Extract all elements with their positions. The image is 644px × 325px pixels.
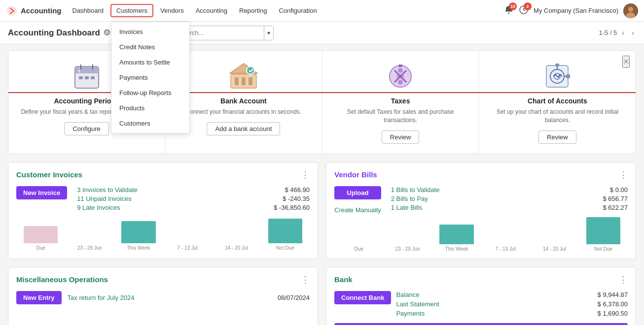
bank-account-title: Bank Account xyxy=(220,97,267,105)
customer-invoices-menu-icon[interactable]: ⋮ xyxy=(301,169,310,180)
late-invoices-label[interactable]: 9 Late Invoices xyxy=(77,204,120,211)
vb-chart-col-not-due xyxy=(579,217,628,244)
stat-row-invoices-to-validate: 3 Invoices to Validate $ 466.90 xyxy=(77,186,310,194)
new-entry-btn[interactable]: New Entry xyxy=(16,291,62,304)
misc-operations-menu-icon[interactable]: ⋮ xyxy=(301,274,310,285)
chart-of-accounts-desc: Set up your chart of accounts and record… xyxy=(487,108,628,125)
stat-row-late-invoices: 9 Late Invoices $ -36,850.60 xyxy=(77,204,310,211)
svg-point-0 xyxy=(7,6,17,16)
svg-rect-23 xyxy=(398,65,402,67)
search-dropdown-btn[interactable]: ▾ xyxy=(264,26,273,40)
add-bank-account-btn[interactable]: Add a bank account xyxy=(207,122,280,135)
bank-card-actions: Connect Bank Balance $ 9,944.87 Last Sta… xyxy=(334,291,628,319)
connect-bank-btn[interactable]: Connect Bank xyxy=(334,291,391,304)
chart-col-due xyxy=(16,226,65,243)
chart-label-23-29jun: 23 - 29 Jun xyxy=(65,245,114,251)
dropdown-item-follow-up-reports[interactable]: Follow-up Reports xyxy=(111,85,189,100)
bills-to-pay-label[interactable]: 2 Bills to Pay xyxy=(391,195,428,202)
customer-invoices-title: Customer Invoices xyxy=(16,170,82,179)
nav-reporting[interactable]: Reporting xyxy=(234,5,272,16)
vb-label-not-due: Not Due xyxy=(579,246,628,252)
accounting-periods-title: Accounting Periods xyxy=(54,97,119,105)
misc-operations-row: New Entry Tax return for July 2024 08/07… xyxy=(16,291,310,304)
bank-balance-label[interactable]: Balance xyxy=(396,291,419,298)
configure-btn[interactable]: Configure xyxy=(64,122,108,135)
svg-point-18 xyxy=(247,66,254,74)
chart-labels-customer: Due 23 - 29 Jun This Week 7 - 13 Jul 14 … xyxy=(16,245,310,251)
bank-stats: Balance $ 9,944.87 Last Statement $ 6,37… xyxy=(396,291,628,319)
chart-review-btn[interactable]: Review xyxy=(538,130,576,144)
nav-vendors[interactable]: Vendors xyxy=(155,5,189,16)
prev-page-btn[interactable]: ‹ xyxy=(620,29,626,37)
pagination: 1-5 / 5 ‹ › xyxy=(599,29,636,37)
dropdown-item-credit-notes[interactable]: Credit Notes xyxy=(111,39,189,55)
misc-operations-title: Miscellaneous Operations xyxy=(16,275,108,284)
new-invoice-btn[interactable]: New Invoice xyxy=(16,186,67,199)
late-bills-label[interactable]: 1 Late Bills xyxy=(391,204,423,211)
nav-customers[interactable]: Customers xyxy=(110,4,153,17)
dropdown-item-customers[interactable]: Customers xyxy=(111,116,189,131)
bar-empty xyxy=(72,242,107,243)
bills-to-validate-label[interactable]: 1 Bills to Validate xyxy=(391,186,440,194)
notifications-icon[interactable]: 10 xyxy=(504,5,514,16)
topnav-right-section: 10 2 My Company (San Francisco) xyxy=(504,3,638,18)
reconcile-btn[interactable]: Reconcile 8 Items xyxy=(334,323,628,325)
taxes-icon xyxy=(385,61,416,92)
bank-card-header: Bank ⋮ xyxy=(334,274,628,285)
taxes-review-btn[interactable]: Review xyxy=(382,130,420,144)
chart-col-this-week xyxy=(114,221,163,243)
dropdown-item-payments[interactable]: Payments xyxy=(111,70,189,85)
user-avatar[interactable] xyxy=(623,3,638,18)
calendar-icon: 3 xyxy=(71,61,103,92)
misc-entry-link[interactable]: Tax return for July 2024 xyxy=(68,294,272,301)
create-manually-link[interactable]: Create Manually xyxy=(334,206,381,214)
chart-label-due: Due xyxy=(16,245,65,251)
chart-of-accounts-title: Chart of Accounts xyxy=(528,97,587,105)
setup-banner: × 3 Accounting Periods Define your fisca… xyxy=(8,50,636,154)
vendor-bills-menu-icon[interactable]: ⋮ xyxy=(619,169,628,180)
svg-rect-11 xyxy=(91,76,95,79)
svg-point-21 xyxy=(398,68,403,73)
vb-chart-col-23-29jun xyxy=(383,243,432,244)
svg-rect-29 xyxy=(555,64,559,66)
customer-invoices-chart: Due 23 - 29 Jun This Week 7 - 13 Jul 14 … xyxy=(16,219,310,251)
dropdown-item-invoices[interactable]: Invoices xyxy=(111,24,189,39)
bar-due-pink xyxy=(24,226,58,243)
misc-entry-date: 08/07/2024 xyxy=(278,294,310,301)
customer-invoices-actions: New Invoice 3 Invoices to Validate $ 466… xyxy=(16,186,310,213)
misc-operations-card: Miscellaneous Operations ⋮ New Entry Tax… xyxy=(8,267,318,325)
late-bills-value: $ 622.27 xyxy=(603,204,628,211)
svg-text:3: 3 xyxy=(78,69,80,73)
upload-btn[interactable]: Upload xyxy=(334,186,381,199)
vendor-bills-header: Vendor Bills ⋮ xyxy=(334,169,628,180)
dropdown-item-amounts-to-settle[interactable]: Amounts to Settle xyxy=(111,55,189,70)
clock-icon[interactable]: 2 xyxy=(519,5,529,16)
company-name[interactable]: My Company (San Francisco) xyxy=(534,7,618,14)
nav-configuration[interactable]: Configuration xyxy=(274,5,322,16)
setup-item-taxes: Taxes Set default Taxes for sales and pu… xyxy=(322,51,479,154)
app-name: Accounting xyxy=(21,6,62,15)
top-navigation: Accounting Dashboard Customers Vendors A… xyxy=(0,0,644,22)
bar-empty2 xyxy=(170,242,204,243)
svg-point-3 xyxy=(628,7,633,12)
vb-label-this-week: This Week xyxy=(432,246,481,252)
late-invoices-value: $ -36,850.60 xyxy=(274,204,310,211)
nav-dashboard[interactable]: Dashboard xyxy=(68,5,109,16)
vb-label-due: Due xyxy=(334,246,383,252)
chart-label-this-week: This Week xyxy=(114,245,163,251)
vb-label-23-29jun: 23 - 29 Jun xyxy=(383,246,432,252)
invoices-to-validate-label[interactable]: 3 Invoices to Validate xyxy=(77,186,138,194)
bank-card-menu-icon[interactable]: ⋮ xyxy=(619,274,628,285)
app-logo[interactable]: Accounting xyxy=(6,5,62,17)
dropdown-item-products[interactable]: Products xyxy=(111,100,189,116)
nav-accounting[interactable]: Accounting xyxy=(191,5,232,16)
next-page-btn[interactable]: › xyxy=(630,29,636,37)
chart-of-accounts-icon xyxy=(541,61,573,92)
bank-payments-value: $ 1,690.50 xyxy=(598,310,628,317)
unpaid-invoices-label[interactable]: 11 Unpaid Invoices xyxy=(77,195,132,202)
bank-last-statement-label[interactable]: Last Statement xyxy=(396,300,439,308)
close-banner-btn[interactable]: × xyxy=(622,56,630,68)
bank-account-desc: Connect your financial accounts in secon… xyxy=(186,108,301,116)
settings-gear-icon[interactable]: ⚙ xyxy=(103,28,110,38)
bank-payments-label[interactable]: Payments xyxy=(396,310,425,317)
